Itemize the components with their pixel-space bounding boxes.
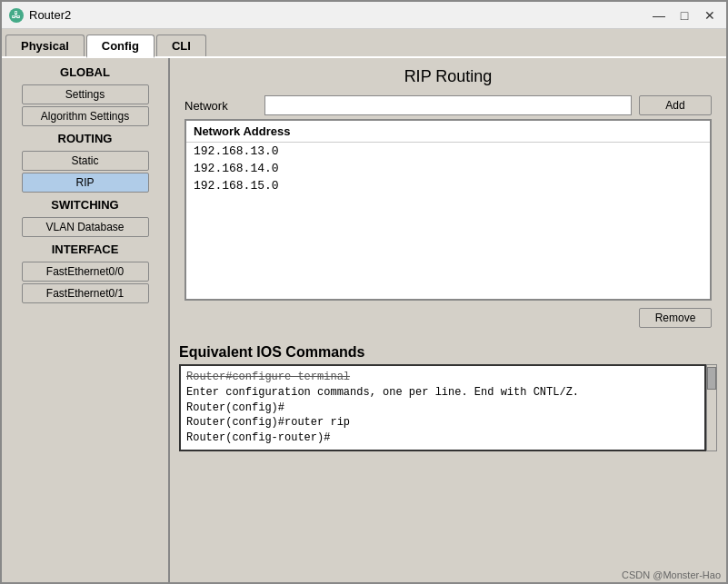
- close-button[interactable]: ✕: [701, 8, 719, 23]
- network-row-2[interactable]: 192.168.15.0: [186, 177, 710, 194]
- title-bar-controls: — □ ✕: [650, 8, 719, 23]
- sidebar-section-global: GLOBAL: [2, 62, 168, 83]
- remove-button[interactable]: Remove: [639, 308, 712, 328]
- tab-bar: Physical Config CLI: [2, 29, 726, 58]
- ios-wrapper: Router#configure terminal Enter configur…: [179, 364, 717, 451]
- sidebar-item-algorithm-settings[interactable]: Algorithm Settings: [22, 106, 149, 126]
- sidebar-section-routing: ROUTING: [2, 128, 168, 149]
- minimize-button[interactable]: —: [650, 8, 668, 23]
- sidebar-item-static[interactable]: Static: [22, 151, 149, 171]
- tab-cli[interactable]: CLI: [156, 35, 206, 56]
- rip-panel: RIP Routing Network Add Network Address …: [170, 58, 726, 339]
- ios-line-4: Router(config-router)#: [186, 431, 699, 446]
- network-row-1[interactable]: 192.168.14.0: [186, 160, 710, 177]
- ios-scrollbar[interactable]: [706, 364, 717, 451]
- watermark: CSDN @Monster-Hao: [622, 569, 721, 580]
- network-input[interactable]: [264, 95, 632, 115]
- sidebar-item-fastethernet01[interactable]: FastEthernet0/1: [22, 283, 149, 303]
- ios-section: Equivalent IOS Commands Router#configure…: [170, 339, 726, 584]
- sidebar-section-switching: SWITCHING: [2, 194, 168, 215]
- remove-row: Remove: [184, 308, 712, 328]
- rip-title: RIP Routing: [184, 67, 712, 86]
- network-label: Network: [184, 99, 257, 113]
- tab-physical[interactable]: Physical: [5, 35, 85, 56]
- main-content: GLOBAL Settings Algorithm Settings ROUTI…: [2, 58, 726, 584]
- sidebar-item-settings[interactable]: Settings: [22, 84, 149, 104]
- router-icon: 🖧: [9, 8, 24, 23]
- ios-line-0: Router#configure terminal: [186, 370, 699, 385]
- ios-line-3: Router(config)#router rip: [186, 415, 699, 431]
- network-table: Network Address 192.168.13.0 192.168.14.…: [184, 119, 712, 301]
- title-bar-left: 🖧 Router2: [9, 8, 71, 23]
- network-row-0[interactable]: 192.168.13.0: [186, 143, 710, 160]
- sidebar-scroll[interactable]: GLOBAL Settings Algorithm Settings ROUTI…: [2, 58, 168, 584]
- title-bar: 🖧 Router2 — □ ✕: [2, 2, 726, 29]
- sidebar-item-fastethernet00[interactable]: FastEthernet0/0: [22, 262, 149, 282]
- ios-title: Equivalent IOS Commands: [179, 344, 717, 361]
- network-table-header: Network Address: [186, 121, 710, 143]
- ios-line-2: Router(config)#: [186, 401, 699, 416]
- sidebar-section-interface: INTERFACE: [2, 239, 168, 260]
- ios-terminal[interactable]: Router#configure terminal Enter configur…: [179, 364, 706, 451]
- tab-config[interactable]: Config: [86, 35, 155, 58]
- right-panel: RIP Routing Network Add Network Address …: [170, 58, 726, 584]
- add-button[interactable]: Add: [639, 95, 712, 115]
- sidebar: GLOBAL Settings Algorithm Settings ROUTI…: [2, 58, 170, 584]
- sidebar-item-vlan-database[interactable]: VLAN Database: [22, 217, 149, 237]
- sidebar-item-rip[interactable]: RIP: [22, 173, 149, 193]
- window-title: Router2: [29, 8, 71, 22]
- ios-line-1: Enter configuration commands, one per li…: [186, 385, 699, 401]
- ios-scrollbar-thumb[interactable]: [707, 367, 716, 390]
- maximize-button[interactable]: □: [675, 8, 693, 23]
